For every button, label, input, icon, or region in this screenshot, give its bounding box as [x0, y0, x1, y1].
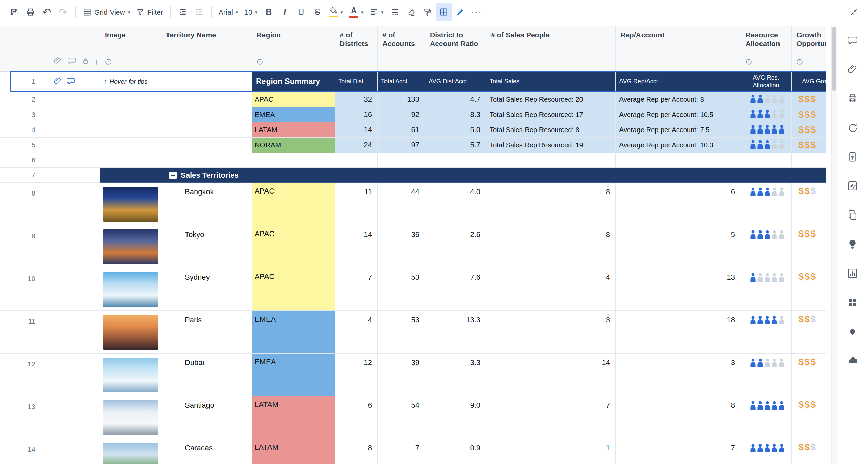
ratio-cell[interactable]: 4.0 [425, 183, 486, 225]
rep-account-cell[interactable]: Average Rep per Account: 10.5 [616, 107, 741, 122]
info-icon[interactable] [796, 58, 803, 67]
column-header-sales-people[interactable]: # of Sales People [486, 26, 616, 72]
row-number[interactable]: 2 [0, 92, 43, 107]
rail-apps-button[interactable] [845, 295, 861, 311]
growth-opportunity-cell[interactable]: $$$ [792, 396, 826, 439]
info-icon[interactable] [746, 58, 752, 67]
row-number[interactable]: 8 [0, 183, 43, 225]
lock-column-icon[interactable] [82, 57, 90, 66]
rep-account-cell[interactable]: 13 [616, 268, 741, 311]
row-number[interactable]: 14 [0, 439, 43, 464]
info-icon[interactable] [257, 58, 263, 67]
column-header-ratio[interactable]: District to Account Ratio [425, 26, 486, 72]
rail-insights-button[interactable] [845, 237, 861, 253]
growth-opportunity-cell[interactable]: $$$ [792, 107, 826, 122]
sales-people-summary-header-cell[interactable]: Total Sales [486, 72, 616, 92]
fill-color-button[interactable]: ▾ [326, 3, 346, 21]
row-number[interactable]: 13 [0, 396, 43, 439]
image-cell[interactable] [100, 107, 161, 122]
rep-account-cell[interactable]: 18 [616, 311, 741, 354]
rail-workapps-button[interactable] [845, 324, 861, 340]
resource-allocation-cell[interactable] [741, 396, 792, 439]
rep-account-cell[interactable]: Average Rep per Account: 7.5 [616, 122, 741, 138]
row-number[interactable]: 1 [0, 72, 43, 92]
column-header-resource-allocation[interactable]: Resource Allocation [741, 26, 792, 72]
collapse-group-button[interactable] [169, 172, 177, 179]
row-number[interactable]: 4 [0, 122, 43, 138]
row-indicator-cell[interactable] [43, 396, 100, 439]
districts-cell[interactable]: 14 [335, 225, 378, 268]
row-number[interactable]: 6 [0, 153, 43, 168]
sales-people-cell[interactable]: Total Sales Rep Resourced: 8 [486, 122, 616, 138]
growth-opportunity-cell[interactable]: $$$ [792, 138, 826, 153]
territory-name-cell[interactable] [161, 72, 252, 92]
accounts-cell[interactable]: 53 [378, 268, 425, 311]
districts-cell[interactable]: 32 [335, 92, 378, 107]
resource-allocation-cell[interactable] [741, 225, 792, 268]
region-cell[interactable]: APAC [252, 225, 335, 268]
row-number[interactable]: 3 [0, 107, 43, 122]
accounts-cell[interactable]: 61 [378, 122, 425, 138]
accounts-summary-header-cell[interactable]: Total Acct. [378, 72, 425, 92]
image-cell[interactable] [100, 311, 161, 354]
row-number[interactable]: 10 [0, 268, 43, 311]
rail-connections-button[interactable] [845, 353, 861, 369]
ratio-cell[interactable]: 3.3 [425, 354, 486, 396]
territory-name-cell[interactable]: Dubai [161, 354, 252, 396]
column-header-region[interactable]: Region [252, 26, 335, 72]
info-icon[interactable] [105, 58, 112, 67]
region-cell[interactable] [252, 153, 335, 168]
rail-activity-log-button[interactable] [845, 178, 861, 195]
view-selector[interactable]: Grid View ▾ [80, 3, 133, 21]
territory-name-cell[interactable] [161, 138, 252, 153]
filter-button[interactable]: Filter [133, 3, 166, 21]
strikethrough-button[interactable]: S [309, 3, 326, 21]
info-column-icon[interactable]: i [95, 59, 97, 66]
ratio-cell[interactable]: 7.6 [425, 268, 486, 311]
indent-button[interactable] [191, 3, 207, 21]
sales-people-cell[interactable]: 3 [486, 311, 616, 354]
growth-opportunity-cell[interactable]: $$$ [792, 439, 826, 464]
rep-account-cell[interactable]: Average Rep per Account: 8 [616, 92, 741, 107]
region-cell[interactable]: LATAM [252, 396, 335, 439]
region-cell[interactable]: EMEA [252, 354, 335, 396]
growth-summary-header-cell[interactable]: AVG Growth Opp [792, 72, 826, 92]
ratio-cell[interactable]: 2.6 [425, 225, 486, 268]
row-indicator-cell[interactable] [43, 153, 100, 168]
row-indicator-cell[interactable] [43, 138, 100, 153]
accounts-cell[interactable]: 44 [378, 183, 425, 225]
ratio-summary-header-cell[interactable]: AVG Dist:Acct [425, 72, 486, 92]
sales-people-cell[interactable]: 14 [486, 354, 616, 396]
rail-conversations-button[interactable] [845, 33, 861, 49]
row-number[interactable]: 9 [0, 225, 43, 268]
growth-opportunity-cell[interactable]: $$$ [792, 311, 826, 354]
region-cell[interactable]: APAC [252, 92, 335, 107]
column-header-rep-account[interactable]: Rep/Account [616, 26, 741, 72]
sales-people-cell[interactable]: 4 [486, 268, 616, 311]
rep-account-cell[interactable]: 5 [616, 225, 741, 268]
resource-allocation-cell[interactable] [741, 268, 792, 311]
districts-cell[interactable]: 16 [335, 107, 378, 122]
accounts-cell[interactable]: 133 [378, 92, 425, 107]
accounts-cell[interactable]: 36 [378, 225, 425, 268]
growth-opportunity-cell[interactable] [792, 153, 826, 168]
territory-name-cell[interactable] [161, 153, 252, 168]
image-cell[interactable] [100, 354, 161, 396]
accounts-cell[interactable]: 53 [378, 311, 425, 354]
bold-button[interactable]: B [260, 3, 277, 21]
resource-allocation-cell[interactable] [741, 107, 792, 122]
outdent-button[interactable] [175, 3, 191, 21]
row-indicator-cell[interactable] [43, 225, 100, 268]
ratio-cell[interactable] [425, 153, 486, 168]
accounts-cell[interactable]: 7 [378, 439, 425, 464]
territory-name-cell[interactable]: Santiago [161, 396, 252, 439]
italic-button[interactable]: I [277, 3, 293, 21]
rail-sheet-summary-button[interactable] [845, 207, 861, 224]
ratio-cell[interactable]: 9.0 [425, 396, 486, 439]
sales-people-cell[interactable]: 7 [486, 396, 616, 439]
image-cell[interactable] [100, 268, 161, 311]
accounts-cell[interactable]: 39 [378, 354, 425, 396]
row-indicator-cell[interactable] [43, 354, 100, 396]
image-cell[interactable] [100, 92, 161, 107]
region-cell[interactable]: EMEA [252, 107, 335, 122]
